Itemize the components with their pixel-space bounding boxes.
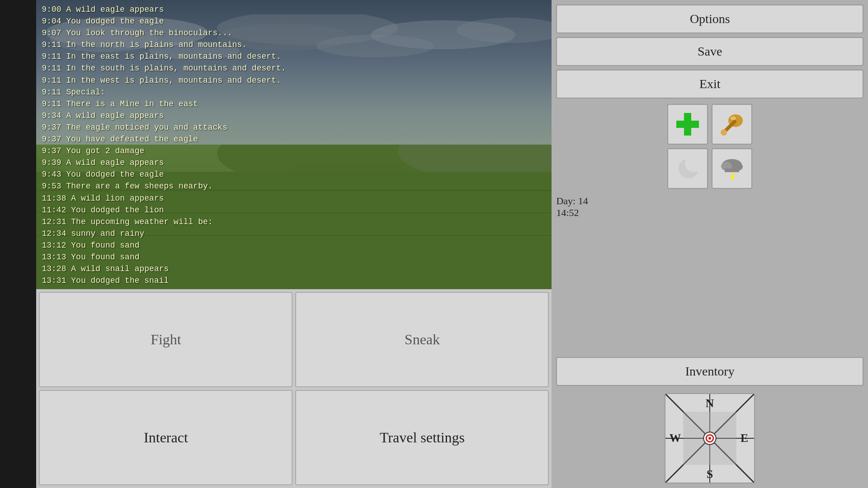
fight-button[interactable]: Fight [39, 292, 292, 387]
log-line: 13:12 You found sand [42, 239, 546, 251]
log-line: 9:11 In the north is plains and mountain… [42, 39, 546, 51]
status-info: Day: 14 14:52 [556, 195, 863, 219]
log-line: 9:11 Special: [42, 86, 546, 98]
moon-icon-box [667, 148, 708, 189]
log-line: 11:38 A wild lion appears [42, 192, 546, 204]
svg-rect-16 [676, 121, 699, 128]
storm-icon [718, 155, 745, 182]
options-button[interactable]: Options [556, 5, 863, 33]
left-border [0, 0, 36, 488]
svg-point-39 [708, 437, 711, 440]
food-icon-box [712, 104, 752, 145]
log-overlay: 9:00 A wild eagle appears9:04 You dodged… [36, 0, 552, 289]
compass-svg: N S E W [665, 394, 754, 483]
svg-text:E: E [741, 432, 748, 445]
svg-point-20 [731, 117, 736, 120]
svg-marker-27 [730, 172, 735, 182]
log-line: 9:04 You dodged the eagle [42, 15, 546, 27]
right-panel: Options Save Exit [552, 0, 868, 488]
log-line: 9:00 A wild eagle appears [42, 4, 546, 15]
log-line: 13:28 A wild snail appears [42, 263, 546, 275]
travel-settings-button[interactable]: Travel settings [295, 390, 549, 485]
health-icon-box [667, 104, 708, 145]
log-line: 9:39 A wild eagle appears [42, 157, 546, 169]
log-line: 9:34 A wild eagle appears [42, 110, 546, 122]
sneak-button[interactable]: Sneak [295, 292, 549, 387]
log-line: 9:11 There is a Mine in the east [42, 98, 546, 110]
weather-icon-box [712, 148, 752, 189]
log-line: 13:13 You found sand [42, 251, 546, 263]
food-icon [718, 111, 745, 138]
main-area: 9:00 A wild eagle appears9:04 You dodged… [36, 0, 552, 488]
log-line: 9:37 You have defeated the eagle [42, 133, 546, 145]
compass-wrapper: N S E W [556, 393, 863, 483]
day-label: Day: 14 [556, 195, 863, 207]
bottom-buttons: Fight Sneak Interact Travel settings [36, 289, 552, 488]
log-line: 9:37 You got 2 damage [42, 145, 546, 157]
log-line: 9:43 You dodged the eagle [42, 169, 546, 180]
status-icons-wrapper [556, 102, 863, 189]
log-line: 9:07 You look through the binoculars... [42, 27, 546, 39]
svg-text:N: N [706, 397, 714, 410]
exit-button[interactable]: Exit [556, 70, 863, 99]
game-view: 9:00 A wild eagle appears9:04 You dodged… [36, 0, 552, 289]
interact-button[interactable]: Interact [39, 390, 292, 485]
log-line: 12:34 sunny and rainy [42, 228, 546, 239]
log-line: 9:11 In the west is plains, mountains an… [42, 75, 546, 86]
log-line: 9:53 There are a few sheeps nearby. [42, 180, 546, 192]
svg-rect-26 [725, 169, 739, 172]
log-line: 13:31 You dodged the snail [42, 275, 546, 286]
log-line: 9:11 In the south is plains, mountains a… [42, 62, 546, 74]
compass: N S E W [665, 393, 755, 483]
time-label: 14:52 [556, 207, 863, 219]
health-cross-icon [674, 111, 701, 138]
svg-text:W: W [670, 432, 681, 445]
save-button[interactable]: Save [556, 37, 863, 66]
log-line: 11:42 You dodged the lion [42, 204, 546, 216]
status-icons [667, 104, 752, 189]
log-line: 9:11 In the east is plains, mountains an… [42, 51, 546, 62]
top-buttons: Options Save Exit [556, 5, 863, 99]
svg-text:S: S [707, 468, 713, 481]
svg-point-19 [721, 129, 727, 136]
inventory-button[interactable]: Inventory [556, 357, 863, 386]
log-line: 9:37 The eagle noticed you and attacks [42, 122, 546, 133]
moon-icon [674, 155, 701, 182]
log-line: 12:31 The upcoming weather will be: [42, 216, 546, 228]
